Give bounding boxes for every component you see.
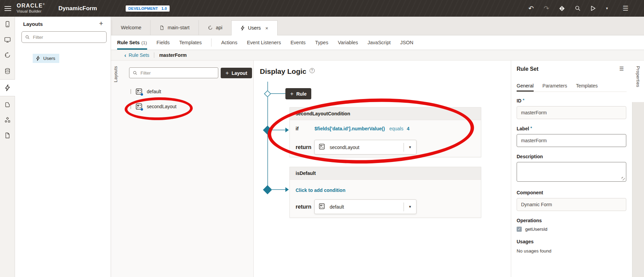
subtab-templates[interactable]: Templates <box>179 35 202 50</box>
display-logic-header: Display Logic ? <box>260 67 315 76</box>
search-icon[interactable] <box>575 5 581 11</box>
add-condition-link[interactable]: Click to add condition <box>296 188 345 193</box>
usages-label: Usages <box>517 239 534 244</box>
layout-grid-icon <box>136 88 142 95</box>
layout-tree-item-default[interactable]: default <box>111 87 253 96</box>
help-icon[interactable]: ? <box>310 68 315 73</box>
add-layout-collection-button[interactable]: + <box>99 19 103 28</box>
selected-layout: secondLayout <box>330 145 404 150</box>
id-field[interactable] <box>517 106 626 119</box>
overflow-menu-icon[interactable]: ☰ <box>623 5 628 12</box>
service-icon <box>208 25 213 30</box>
page-icon <box>159 25 164 30</box>
condition-code: $fields['data.id'].numberValue() <box>315 126 385 131</box>
git-diamond-icon[interactable] <box>559 5 565 12</box>
tab-welcome[interactable]: Welcome <box>112 20 151 35</box>
web-apps-icon[interactable] <box>0 32 15 47</box>
processes-icon[interactable] <box>0 112 15 127</box>
left-icon-rail <box>0 17 15 277</box>
business-objects-icon[interactable] <box>0 64 15 79</box>
rule2-return-row: return default ▼ <box>296 199 417 214</box>
subtab-types[interactable]: Types <box>315 35 328 50</box>
ptab-templates[interactable]: Templates <box>576 80 598 92</box>
layouts-vertical-tab[interactable]: Layouts <box>113 66 118 82</box>
services-icon[interactable] <box>0 48 15 63</box>
add-layout-button[interactable]: + Layout <box>221 68 252 78</box>
breadcrumb-back-link[interactable]: ‹ Rule Sets <box>124 52 149 58</box>
document-tab-bar: Welcome main-start api Users × <box>111 17 644 35</box>
required-asterisk: * <box>531 126 532 131</box>
label-label: Label* <box>517 126 532 131</box>
source-files-icon[interactable] <box>0 128 15 143</box>
display-logic-panel: Display Logic ? + Rule secondLayoutCondi… <box>254 61 511 277</box>
tab-main-start[interactable]: main-start <box>151 20 199 35</box>
tab-api[interactable]: api <box>199 20 232 35</box>
run-play-icon[interactable] <box>591 5 596 11</box>
search-icon <box>133 70 138 76</box>
usages-empty-text: No usages found <box>517 248 551 254</box>
environment-badge: DEVELOPMENT 1.0 <box>126 5 170 12</box>
rule2-return-layout-dropdown[interactable]: default ▼ <box>314 199 417 214</box>
checkbox-checked-icon[interactable]: ✓ <box>517 227 522 232</box>
components-icon[interactable] <box>0 97 15 112</box>
dropdown-caret-icon[interactable]: ▼ <box>404 145 416 149</box>
rule2-condition-diamond <box>263 185 272 194</box>
ptab-general[interactable]: General <box>517 80 534 92</box>
content-row: Layouts + Layout default <box>111 61 644 277</box>
drag-handle[interactable] <box>130 104 131 109</box>
flow-arrow-line <box>271 130 285 130</box>
description-field[interactable] <box>517 162 626 182</box>
layouts-filter-box <box>21 31 107 43</box>
properties-strip-tab[interactable]: Properties <box>635 66 641 87</box>
drag-handle[interactable] <box>130 89 131 94</box>
layouts-icon[interactable] <box>0 80 15 95</box>
display-logic-title: Display Logic <box>260 67 307 76</box>
run-dropdown-caret-icon[interactable]: ▾ <box>606 6 608 11</box>
component-field[interactable] <box>517 198 626 211</box>
hamburger-menu-icon[interactable] <box>4 6 11 11</box>
rule1-condition-diamond <box>263 126 272 135</box>
subtab-event-listeners[interactable]: Event Listeners <box>247 35 281 50</box>
close-tab-icon[interactable]: × <box>265 25 268 31</box>
subtab-events[interactable]: Events <box>290 35 305 50</box>
subtab-json[interactable]: JSON <box>400 35 413 50</box>
subtab-javascript[interactable]: JavaScript <box>367 35 391 50</box>
label-field[interactable] <box>517 134 626 147</box>
plus-icon: + <box>225 70 229 77</box>
properties-tabs: General Parameters Templates <box>517 80 627 92</box>
id-label: ID* <box>517 98 524 103</box>
rule1-condition-expression[interactable]: if $fields['data.id'].numberValue() equa… <box>296 126 409 131</box>
chevron-left-icon: ‹ <box>124 52 126 58</box>
operation-getusersid-row[interactable]: ✓ getUsersId <box>517 227 547 232</box>
condition-value: 4 <box>407 126 409 131</box>
tab-users[interactable]: Users × <box>232 20 278 35</box>
modified-dot <box>141 93 143 96</box>
dropdown-caret-icon[interactable]: ▼ <box>404 205 416 209</box>
layout-tree-item-secondlayout[interactable]: secondLayout <box>111 102 253 111</box>
layouts-filter-input[interactable] <box>33 35 103 40</box>
rules-filter-input[interactable] <box>141 70 215 76</box>
subtab-actions[interactable]: Actions <box>221 35 237 50</box>
properties-panel: Rule Set ☰ General Parameters Templates … <box>511 61 632 277</box>
component-label: Component <box>517 190 543 195</box>
subtab-fields[interactable]: Fields <box>157 35 170 50</box>
app-title: DynamicForm <box>58 5 97 12</box>
breadcrumb: ‹ Rule Sets masterForm <box>111 50 644 61</box>
add-rule-button[interactable]: + Rule <box>285 88 311 99</box>
flow-start-diamond <box>264 90 271 97</box>
undo-icon[interactable]: ↶ <box>529 5 534 12</box>
ptab-parameters[interactable]: Parameters <box>543 80 567 92</box>
subtab-rule-sets[interactable]: Rule Sets (1) <box>117 35 147 50</box>
layouts-item-users[interactable]: Users <box>33 54 59 63</box>
breadcrumb-current: masterForm <box>159 52 187 58</box>
subtab-variables[interactable]: Variables <box>338 35 358 50</box>
rule1-return-layout-dropdown[interactable]: secondLayout ▼ <box>314 140 417 154</box>
resize-grip-icon[interactable] <box>622 177 625 180</box>
panel-menu-icon[interactable]: ☰ <box>619 66 624 72</box>
rule-set-layouts-subpanel: Layouts + Layout default <box>111 61 254 277</box>
redo-icon[interactable]: ↷ <box>544 5 549 12</box>
main-area: Welcome main-start api Users × Rule Sets… <box>111 17 644 277</box>
flow-arrow-line <box>271 189 285 190</box>
operations-label: Operations <box>517 218 542 223</box>
mobile-apps-icon[interactable] <box>0 17 15 32</box>
